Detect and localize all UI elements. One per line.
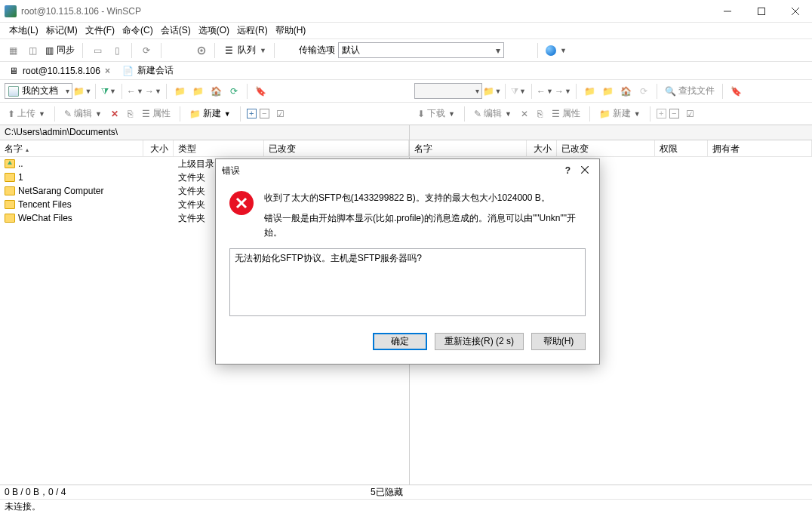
col-modified[interactable]: 已改变: [264, 140, 409, 156]
close-button[interactable]: [778, 0, 812, 22]
menu-commands[interactable]: 命令(C): [119, 23, 156, 38]
col-name[interactable]: 名字▴: [0, 140, 143, 156]
file-name-label: Tencent Files: [18, 199, 72, 210]
error-detail[interactable]: [229, 248, 586, 316]
rcol-owner[interactable]: 拥有者: [708, 140, 812, 156]
rcol-modified[interactable]: 已改变: [557, 140, 655, 156]
folder-icon: [5, 173, 15, 182]
new-session-icon: 📄: [122, 65, 134, 77]
close-tab-icon[interactable]: ×: [105, 66, 110, 76]
sync-button[interactable]: ▥ 同步: [44, 44, 76, 57]
remote-bookmark-icon[interactable]: 🔖: [727, 83, 744, 100]
sync-browse-icon[interactable]: ▦: [5, 42, 21, 59]
hidden-status: 5已隐藏: [371, 486, 403, 498]
edit-button[interactable]: ✎ 编辑▼: [61, 106, 105, 122]
filter-icon[interactable]: ⧩▼: [100, 83, 117, 100]
remote-back-icon[interactable]: ←▼: [537, 83, 553, 100]
select-all-icon[interactable]: +: [247, 109, 257, 118]
menu-local[interactable]: 本地(L): [6, 23, 42, 38]
root-dir-icon[interactable]: 📁: [189, 83, 206, 100]
remote-location-dropdown[interactable]: [414, 83, 482, 99]
download-button[interactable]: ⬇ 下载▼: [414, 106, 458, 122]
open-folder-icon[interactable]: 📁▼: [74, 83, 91, 100]
parent-dir-icon[interactable]: 📁: [171, 83, 188, 100]
remote-deselect-all-icon[interactable]: −: [669, 109, 679, 118]
menubar: 本地(L) 标记(M) 文件(F) 命令(C) 会话(S) 选项(O) 远程(R…: [0, 23, 812, 39]
bookmark-icon[interactable]: 🔖: [252, 83, 269, 100]
help-button[interactable]: 帮助(H): [531, 333, 586, 350]
maximize-button[interactable]: [744, 0, 778, 22]
menu-options[interactable]: 选项(O): [195, 23, 232, 38]
download-label: 下载: [427, 107, 445, 120]
menu-session[interactable]: 会话(S): [158, 23, 194, 38]
file-name-label: 1: [18, 172, 23, 183]
sessions-button[interactable]: ▼: [544, 45, 568, 56]
navigation-bar: 我的文档 📁▼ ⧩▼ ←▼ →▼ 📁 📁 🏠 ⟳ 🔖 📁▼ ⧩▼ ←▼ →▼ 📁…: [0, 80, 812, 103]
reconnect-button[interactable]: 重新连接(R) (2 s): [435, 333, 524, 350]
edit-label: 编辑: [74, 107, 92, 120]
remote-invert-select-icon[interactable]: ☑: [682, 106, 699, 122]
remote-edit-button[interactable]: ✎ 编辑▼: [471, 106, 515, 122]
menu-mark[interactable]: 标记(M): [43, 23, 81, 38]
deselect-all-icon[interactable]: −: [260, 109, 269, 118]
reload-icon[interactable]: ⟳: [226, 83, 242, 100]
transfer-preset-select[interactable]: 默认: [338, 42, 504, 58]
transfer-label: 传输选项: [299, 44, 335, 57]
col-size[interactable]: 大小: [143, 140, 174, 156]
new-session-tab[interactable]: 📄 新建会话: [119, 63, 177, 78]
queue-button[interactable]: ☰ 队列 ▼: [221, 44, 268, 57]
dialog-close-icon[interactable]: [577, 165, 593, 176]
col-type[interactable]: 类型: [174, 140, 264, 156]
new-button[interactable]: 📁 新建▼: [186, 106, 234, 122]
new-session-label: 新建会话: [137, 64, 174, 77]
rcol-name[interactable]: 名字: [410, 140, 527, 156]
error-message: 收到了太大的SFTP包(1433299822 B)。支持的最大包大小102400…: [264, 191, 586, 241]
remote-props-button[interactable]: ☰ 属性: [549, 106, 583, 122]
home-icon[interactable]: 🏠: [208, 83, 224, 100]
remote-reload-icon[interactable]: ⟳: [635, 83, 652, 100]
parent-folder-icon: [5, 159, 15, 168]
remote-new-button[interactable]: 📁 新建▼: [596, 106, 644, 122]
forward-icon[interactable]: →▼: [145, 83, 161, 100]
remote-filter-icon[interactable]: ⧩▼: [510, 83, 527, 100]
session-tab-active[interactable]: 🖥 root@10.115.8.106 ×: [5, 63, 113, 78]
dialog-body: 收到了太大的SFTP包(1433299822 B)。支持的最大包大小102400…: [216, 182, 599, 364]
find-files-button[interactable]: 🔍 查找文件: [662, 83, 718, 99]
refresh-icon[interactable]: ⟳: [138, 42, 155, 59]
props-button[interactable]: ☰ 属性: [139, 106, 174, 122]
remote-misc-button[interactable]: ⎘: [534, 107, 546, 121]
error-icon: [229, 191, 254, 215]
remote-nav-pane: 📁▼ ⧩▼ ←▼ →▼ 📁 📁 🏠 ⟳ 🔍 查找文件 🔖: [410, 80, 812, 102]
ok-button[interactable]: 确定: [373, 333, 427, 350]
remote-parent-icon[interactable]: 📁: [581, 83, 598, 100]
file-name-label: NetSarang Computer: [18, 186, 103, 196]
back-icon[interactable]: ←▼: [127, 83, 143, 100]
misc-button[interactable]: ⎘: [125, 107, 136, 121]
local-location-dropdown[interactable]: 我的文档: [5, 83, 72, 99]
compare-icon[interactable]: ◫: [24, 42, 41, 59]
remote-open-folder-icon[interactable]: 📁▼: [484, 83, 500, 100]
menu-files[interactable]: 文件(F): [82, 23, 118, 38]
dialog-titlebar: 错误 ?: [216, 159, 599, 182]
terminal-icon[interactable]: ▭: [89, 42, 106, 59]
remote-delete-button[interactable]: ✕: [518, 107, 531, 121]
error-line1: 收到了太大的SFTP包(1433299822 B)。支持的最大包大小102400…: [264, 191, 586, 205]
local-location-label: 我的文档: [22, 85, 58, 97]
remote-home-icon[interactable]: 🏠: [617, 83, 634, 100]
console-icon[interactable]: ▯: [109, 42, 125, 59]
dialog-help-icon[interactable]: ?: [559, 165, 577, 176]
remote-root-icon[interactable]: 📁: [599, 83, 616, 100]
session-tabs: 🖥 root@10.115.8.106 × 📄 新建会话: [0, 62, 812, 80]
invert-select-icon[interactable]: ☑: [272, 106, 289, 122]
queue-label: 队列: [238, 44, 256, 57]
menu-remote[interactable]: 远程(R): [234, 23, 271, 38]
minimize-button[interactable]: [710, 0, 744, 22]
menu-help[interactable]: 帮助(H): [272, 23, 309, 38]
gear-button[interactable]: [195, 45, 208, 56]
upload-button[interactable]: ⬆ 上传▼: [5, 106, 48, 122]
remote-select-all-icon[interactable]: +: [657, 109, 666, 118]
delete-button[interactable]: ✕: [108, 107, 121, 121]
rcol-rights[interactable]: 权限: [655, 140, 708, 156]
remote-forward-icon[interactable]: →▼: [555, 83, 571, 100]
rcol-size[interactable]: 大小: [527, 140, 557, 156]
